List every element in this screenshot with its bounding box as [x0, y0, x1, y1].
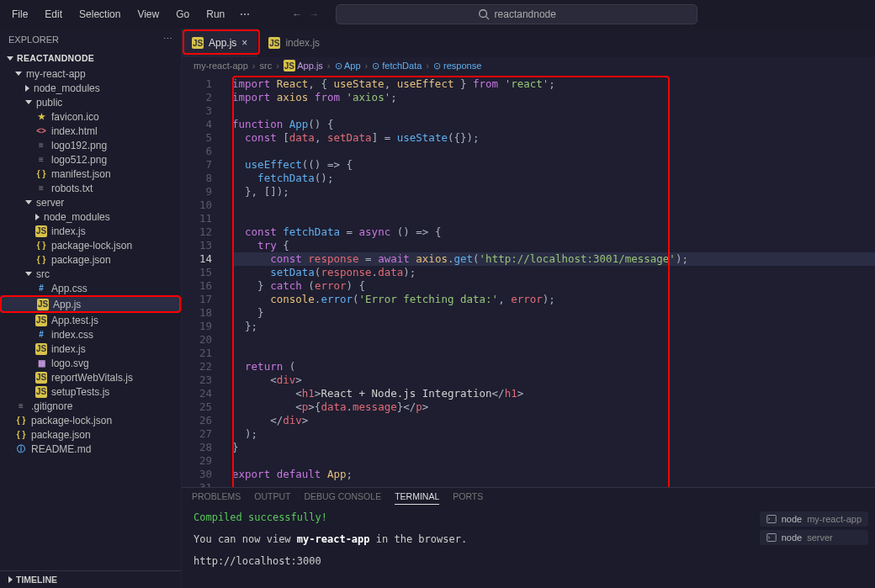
- tree-item-label: my-react-app: [26, 68, 86, 80]
- terminal-tab[interactable]: OUTPUT: [254, 491, 290, 505]
- file-item[interactable]: <>index.html: [0, 124, 181, 138]
- terminal-icon: [766, 514, 777, 524]
- breadcrumb-segment[interactable]: JS App.js: [284, 60, 323, 72]
- svg-rect-2: [766, 516, 776, 523]
- terminal-process[interactable]: nodeserver: [760, 530, 868, 545]
- tree-item-label: package-lock.json: [51, 240, 132, 252]
- line-gutter: 1234567891011121314151617181920212223242…: [182, 74, 224, 487]
- chevron-down-icon: [7, 56, 13, 61]
- editor-tab[interactable]: JSApp.js×: [182, 29, 258, 57]
- tree-item-label: README.md: [31, 443, 91, 455]
- nav-back-icon[interactable]: ←: [292, 8, 302, 20]
- file-item[interactable]: #App.css: [0, 281, 181, 295]
- folder-item[interactable]: my-react-app: [0, 66, 181, 81]
- file-item[interactable]: ≡robots.txt: [0, 181, 181, 195]
- tree-item-label: logo512.png: [51, 154, 107, 166]
- tree-item-label: App.js: [53, 299, 81, 310]
- folder-item[interactable]: src: [0, 267, 181, 281]
- chevron-right-icon: [8, 576, 13, 583]
- tree-item-label: node_modules: [44, 211, 110, 223]
- timeline-section[interactable]: TIMELINE: [0, 570, 181, 588]
- tree-item-label: public: [36, 97, 62, 109]
- tree-item-label: setupTests.js: [51, 386, 109, 398]
- close-icon[interactable]: ×: [241, 37, 247, 49]
- tree-item-label: index.css: [51, 329, 93, 341]
- file-item[interactable]: ≡logo512.png: [0, 152, 181, 167]
- chevron-down-icon: [15, 72, 22, 76]
- menu-run[interactable]: Run: [199, 5, 231, 24]
- breadcrumb-segment[interactable]: src: [259, 61, 272, 71]
- code-editor[interactable]: import React, { useState, useEffect } fr…: [224, 74, 875, 487]
- file-item[interactable]: JSApp.js: [0, 295, 181, 313]
- breadcrumb-segment[interactable]: ⊙ App: [335, 61, 361, 72]
- tree-item-label: favicon.ico: [51, 111, 99, 123]
- term-line-2: You can now view my-react-app in the bro…: [194, 533, 467, 545]
- editor-tab[interactable]: JSindex.js: [258, 29, 331, 57]
- chevron-down-icon: [25, 272, 32, 276]
- menu-view[interactable]: View: [130, 5, 166, 24]
- folder-item[interactable]: public: [0, 95, 181, 109]
- svg-line-1: [485, 17, 489, 20]
- file-item[interactable]: { }package-lock.json: [0, 238, 181, 252]
- folder-item[interactable]: server: [0, 195, 181, 209]
- terminal-tab[interactable]: DEBUG CONSOLE: [305, 491, 382, 505]
- file-item[interactable]: ▦logo.svg: [0, 356, 181, 370]
- tab-label: App.js: [209, 37, 236, 49]
- tree-item-label: server: [36, 197, 64, 209]
- tree-item-label: src: [36, 268, 50, 280]
- terminal-tab[interactable]: PROBLEMS: [192, 491, 241, 505]
- breadcrumb-segment[interactable]: ⊙ response: [433, 61, 481, 72]
- project-section-header[interactable]: REACTANDNODE: [0, 50, 181, 66]
- explorer-more-icon[interactable]: ⋯: [163, 34, 172, 45]
- project-name: REACTANDNODE: [17, 53, 94, 63]
- term-line-3: http://localhost:3000: [194, 555, 467, 567]
- file-item[interactable]: { }package.json: [0, 427, 181, 442]
- file-item[interactable]: ≡logo192.png: [0, 138, 181, 152]
- svg-point-0: [479, 10, 486, 18]
- editor-area: JSApp.js×JSindex.js my-react-app›src›JS …: [182, 29, 875, 588]
- chevron-right-icon: [25, 85, 29, 92]
- file-item[interactable]: { }package-lock.json: [0, 413, 181, 427]
- breadcrumb[interactable]: my-react-app›src›JS App.js›⊙ App›⊙ fetch…: [182, 57, 875, 74]
- tree-item-label: index.html: [51, 125, 98, 137]
- file-item[interactable]: ★favicon.ico: [0, 109, 181, 124]
- file-item[interactable]: JSsetupTests.js: [0, 384, 181, 399]
- terminal-process[interactable]: nodemy-react-app: [760, 511, 868, 527]
- svg-rect-3: [766, 534, 776, 542]
- menu-file[interactable]: File: [5, 5, 34, 24]
- file-item[interactable]: JSApp.test.js: [0, 313, 181, 327]
- breadcrumb-segment[interactable]: ⊙ fetchData: [372, 61, 422, 72]
- file-item[interactable]: JSindex.js: [0, 342, 181, 356]
- tree-item-label: App.test.js: [51, 315, 98, 326]
- folder-item[interactable]: node_modules: [0, 81, 181, 95]
- chevron-right-icon: [35, 214, 40, 220]
- tree-item-label: manifest.json: [51, 168, 111, 180]
- menu-edit[interactable]: Edit: [38, 5, 69, 24]
- terminal-tab[interactable]: PORTS: [453, 491, 483, 505]
- terminal-tab[interactable]: TERMINAL: [395, 491, 439, 505]
- sidebar: EXPLORER ⋯ REACTANDNODE my-react-appnode…: [0, 29, 182, 588]
- terminal-panel: PROBLEMSOUTPUTDEBUG CONSOLETERMINALPORTS…: [182, 487, 875, 588]
- file-item[interactable]: JSreportWebVitals.js: [0, 370, 181, 384]
- menu-overflow-icon[interactable]: ⋯: [235, 5, 255, 24]
- file-item[interactable]: #index.css: [0, 327, 181, 342]
- file-item[interactable]: JSindex.js: [0, 224, 181, 238]
- file-item[interactable]: { }package.json: [0, 252, 181, 267]
- nav-forward-icon[interactable]: →: [309, 8, 319, 20]
- tree-item-label: reportWebVitals.js: [51, 372, 133, 384]
- tab-bar: JSApp.js×JSindex.js: [182, 29, 875, 57]
- tree-item-label: index.js: [51, 343, 86, 355]
- menu-selection[interactable]: Selection: [72, 5, 127, 24]
- folder-item[interactable]: node_modules: [0, 209, 181, 224]
- breadcrumb-segment[interactable]: my-react-app: [194, 61, 248, 71]
- menu-go[interactable]: Go: [169, 5, 196, 24]
- file-item[interactable]: { }manifest.json: [0, 167, 181, 181]
- chevron-down-icon: [25, 200, 32, 204]
- file-tree: my-react-appnode_modulespublic★favicon.i…: [0, 66, 181, 570]
- terminal-icon: [766, 532, 777, 543]
- command-center[interactable]: reactandnode: [336, 4, 697, 24]
- tree-item-label: logo.svg: [51, 358, 89, 369]
- term-line-1: Compiled successfully!: [194, 511, 467, 523]
- file-item[interactable]: ⓘREADME.md: [0, 442, 181, 456]
- file-item[interactable]: ≡.gitignore: [0, 399, 181, 413]
